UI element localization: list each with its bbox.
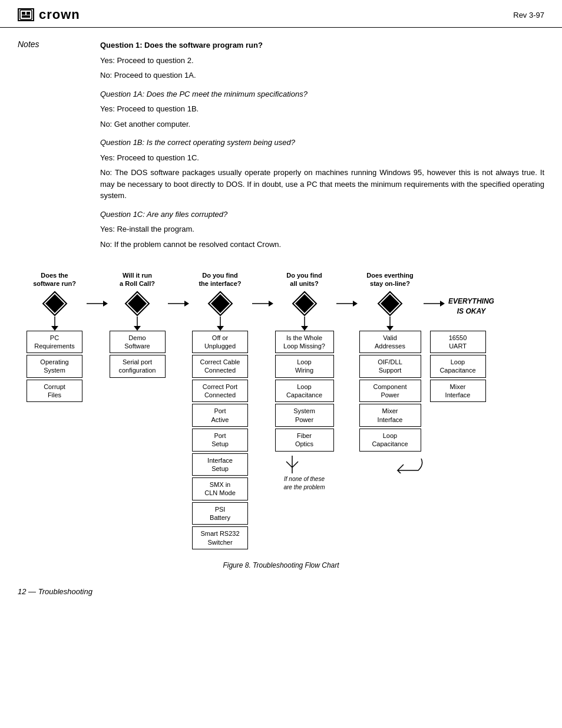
q1c-yes: Yes: Re-install the program. (100, 223, 544, 235)
svg-marker-29 (217, 326, 224, 331)
col3-down (189, 317, 251, 331)
svg-marker-25 (51, 326, 58, 331)
node5-label: Does everthingstay on-line? (366, 271, 413, 288)
logo-text: crown (39, 7, 80, 22)
flowchart: Does thesoftware run? Will it runa Roll … (0, 265, 562, 575)
svg-rect-3 (22, 15, 30, 18)
q1b-italic: Question 1B: Is the correct operating sy… (100, 138, 295, 147)
svg-marker-15 (269, 301, 273, 307)
q1b-no: No: The DOS software packages usually op… (100, 167, 544, 202)
col1-box1: PCRequirements (27, 331, 82, 354)
arrow2 (168, 291, 189, 317)
col4-box3: LoopCapacitance (275, 380, 334, 403)
column5: ValidAddresses OIF/DLLSupport ComponentP… (358, 331, 422, 475)
svg-marker-5 (45, 294, 64, 313)
col5-box3: ComponentPower (359, 380, 421, 403)
col6-box2: LoopCapacitance (430, 355, 486, 378)
svg-marker-21 (381, 294, 399, 313)
node4-diamond (292, 291, 318, 317)
col3-box5: PortSetup (192, 429, 248, 452)
col3-box4: PortActive (192, 404, 248, 427)
arrow5 (424, 291, 445, 317)
column1: PCRequirements OperatingSystem CorruptFi… (24, 331, 85, 403)
col5-box2: OIF/DLLSupport (359, 355, 421, 378)
col4-box1: Is the WholeLoop Missing? (275, 331, 334, 354)
q1-text: Question 1: Does the software program ru… (100, 39, 544, 51)
col3-box7: SMX inCLN Mode (192, 477, 248, 500)
logo-area: crown (18, 7, 80, 22)
col1-down (24, 317, 85, 331)
svg-marker-31 (301, 326, 308, 331)
node4: Do you findall units? (273, 271, 335, 317)
col2-box1: DemoSoftware (110, 331, 166, 354)
col4-box5: FiberOptics (275, 429, 334, 452)
q1a-no: No: Get another computer. (100, 118, 544, 130)
q1a-text: Question 1A: Does the PC meet the minimu… (100, 88, 544, 100)
col5-down (358, 317, 422, 331)
column4: Is the WholeLoop Missing? LoopWiring Loo… (273, 331, 335, 492)
svg-rect-2 (27, 12, 30, 15)
svg-rect-1 (22, 12, 25, 15)
col3-box2: Correct CableConnected (192, 355, 248, 378)
col2-down (108, 317, 167, 331)
arrow5-svg (424, 297, 445, 310)
col2-box2: Serial portconfiguration (110, 355, 166, 378)
col5-box4: MixerInterface (359, 404, 421, 427)
column2: DemoSoftware Serial portconfiguration (108, 331, 167, 378)
node6: EVERYTHINGIS OKAY (445, 297, 498, 317)
node2-label: Will it runa Roll Call? (120, 271, 155, 288)
svg-marker-9 (128, 294, 147, 313)
col3-box1: Off orUnplugged (192, 331, 248, 354)
svg-marker-27 (134, 326, 141, 331)
q1b-yes: Yes: Proceed to question 1C. (100, 152, 544, 164)
svg-marker-19 (353, 301, 358, 307)
q1c-italic: Question 1C: Are any files corrupted? (100, 210, 227, 219)
node1-diamond (42, 291, 68, 317)
q1b-text: Question 1B: Is the correct operating sy… (100, 137, 544, 149)
q1a-italic: Question 1A: Does the PC meet the minimu… (100, 90, 308, 98)
col4-note-text: If none of theseare the problem (283, 475, 325, 492)
q1-bold: Question 1: Does the software program ru… (100, 41, 263, 50)
node5: Does everthingstay on-line? (358, 271, 422, 317)
col3-box3: Correct PortConnected (192, 380, 248, 403)
columns-row: PCRequirements OperatingSystem CorruptFi… (9, 331, 553, 549)
arrow3 (252, 291, 273, 317)
page: crown Rev 3-97 Notes Question 1: Does th… (0, 0, 562, 728)
col5-back-arrow (392, 456, 424, 475)
col2-down-arrow (131, 317, 144, 331)
svg-marker-11 (184, 301, 189, 307)
logo-icon (18, 8, 34, 21)
svg-marker-33 (386, 326, 394, 331)
col4-down-arrow (298, 317, 311, 331)
node3-diamond (207, 291, 233, 317)
column6: 16550UART LoopCapacitance MixerInterface (428, 331, 487, 403)
col4-note: If none of theseare the problem (283, 456, 325, 492)
arrow2-svg (168, 297, 189, 310)
notes-content: Question 1: Does the software program ru… (100, 39, 544, 253)
col3-box6: InterfaceSetup (192, 453, 248, 476)
notes-label: Notes (18, 39, 88, 253)
rev-text: Rev 3-97 (513, 11, 544, 19)
col3-down-arrow (214, 317, 227, 331)
col6-box3: MixerInterface (430, 380, 486, 403)
footer: 12 — Troubleshooting (0, 581, 562, 602)
col4-box2: LoopWiring (275, 355, 334, 378)
svg-marker-17 (295, 294, 314, 313)
top-row: Does thesoftware run? Will it runa Roll … (9, 271, 553, 317)
arrow1 (87, 291, 108, 317)
col1-box2: OperatingSystem (27, 355, 82, 378)
q1-yes: Yes: Proceed to question 2. (100, 55, 544, 67)
col5-box1: ValidAddresses (359, 331, 421, 354)
svg-marker-7 (103, 301, 108, 307)
svg-marker-23 (440, 301, 445, 307)
col1-box3: CorruptFiles (27, 380, 82, 403)
col4-arrow-icon (283, 456, 301, 473)
col6-box1: 16550UART (430, 331, 486, 354)
col3-box9: Smart RS232Switcher (192, 526, 248, 549)
col4-box4: SystemPower (275, 404, 334, 427)
header: crown Rev 3-97 (0, 0, 562, 28)
col3-box8: PSIBattery (192, 502, 248, 525)
notes-section: Notes Question 1: Does the software prog… (0, 28, 562, 259)
col5-box5: LoopCapacitance (359, 429, 421, 452)
node3: Do you findthe interface? (189, 271, 251, 317)
